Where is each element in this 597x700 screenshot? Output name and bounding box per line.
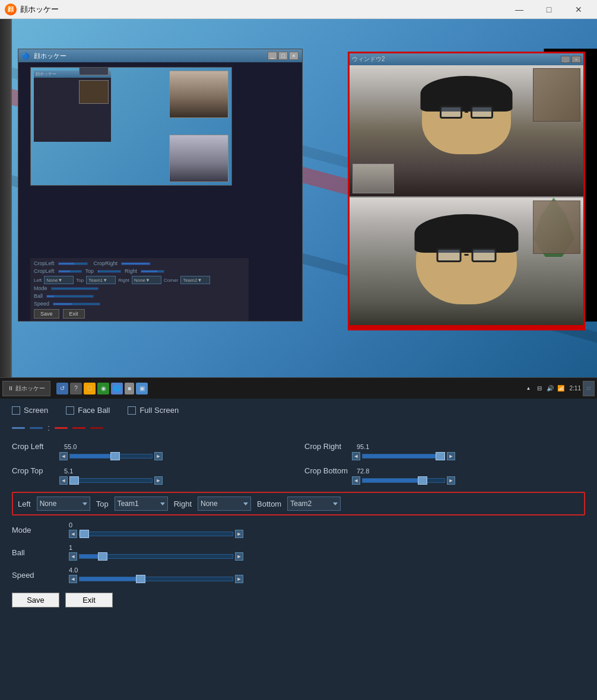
crop-bottom-thumb[interactable]: [418, 476, 427, 485]
speed-value: 4.0: [69, 567, 243, 574]
inner-mode-slider[interactable]: [51, 287, 99, 290]
inner-slider-c[interactable]: [141, 270, 164, 273]
crop-right-dec[interactable]: ◄: [352, 452, 360, 460]
mode-slider-section: Mode 0 ◄ ►: [12, 521, 585, 538]
exit-button[interactable]: Exit: [65, 593, 113, 607]
inner-speed-slider[interactable]: [53, 303, 100, 306]
inner-maximize-btn[interactable]: □: [278, 52, 288, 60]
crop-left-dec[interactable]: ◄: [59, 452, 68, 460]
inner-top-label: Top: [76, 278, 84, 283]
crop-right-track[interactable]: [362, 454, 445, 459]
taskbar-notification[interactable]: □: [583, 381, 595, 396]
left-dropdown[interactable]: None: [37, 497, 90, 511]
taskbar-start[interactable]: ⏸ 顔ホッケー: [2, 381, 50, 396]
speed-dec-btn[interactable]: ◄: [69, 575, 77, 583]
crop-top-inc[interactable]: ►: [154, 476, 163, 485]
taskbar-app-name: 顔ホッケー: [15, 384, 45, 393]
inner-slider-b[interactable]: [97, 270, 121, 273]
taskbar-icon-3[interactable]: ⬡: [84, 383, 96, 394]
inner-cropright-slider[interactable]: [121, 262, 151, 265]
minimize-button[interactable]: —: [506, 0, 533, 19]
controls-panel: Screen Face Ball Full Screen :: [0, 399, 597, 700]
inner-cropleft-slider[interactable]: [58, 262, 88, 265]
crop-left-thumb[interactable]: [110, 452, 120, 460]
inner-window-title: 顔ホッケー: [34, 52, 66, 61]
taskbar-icon-1[interactable]: ↺: [56, 383, 68, 394]
ball-track[interactable]: [79, 554, 233, 559]
crop-bottom-track[interactable]: [362, 478, 445, 483]
inner-minimize-btn[interactable]: _: [268, 52, 277, 60]
screen-checkbox[interactable]: Screen: [12, 406, 48, 415]
crop-bottom-fill: [363, 479, 423, 482]
mini-face-1: [79, 80, 109, 104]
crop-bottom-header: Crop Bottom 72.8: [304, 466, 585, 475]
top-dropdown[interactable]: Team1: [115, 497, 168, 511]
mode-thumb[interactable]: [80, 530, 89, 538]
crop-right-fill: [363, 454, 440, 458]
dash-separator: :: [47, 423, 50, 432]
inner-left-dropdown[interactable]: None▼: [44, 276, 74, 284]
big-video-close[interactable]: ×: [571, 56, 581, 63]
app-icon: 顔: [5, 4, 17, 15]
mode-dec-btn[interactable]: ◄: [69, 530, 77, 538]
taskbar-system-icons: ▲ ⊟ 🔊 📶 2:11 □: [524, 381, 595, 396]
bottom-hair: [415, 214, 519, 253]
taskbar-icon-4[interactable]: ◉: [97, 383, 109, 394]
face-preview-bottom: [169, 135, 228, 182]
inner-label-a: CropLeft: [34, 268, 55, 274]
speed-thumb[interactable]: [136, 575, 145, 583]
crop-left-inc[interactable]: ►: [154, 452, 163, 460]
inner-save-btn[interactable]: Save: [34, 309, 59, 319]
screen-checkbox-box[interactable]: [12, 406, 20, 415]
crop-bottom-inc[interactable]: ►: [447, 476, 455, 485]
crop-right-value: 95.1: [357, 443, 369, 450]
speed-track[interactable]: [79, 577, 233, 581]
taskbar-icon-7[interactable]: ▣: [136, 383, 148, 394]
big-video-minimize[interactable]: _: [561, 56, 570, 63]
close-button[interactable]: ✕: [565, 0, 592, 19]
taskbar-icon-2[interactable]: ?: [70, 383, 82, 394]
dashes-row: :: [12, 423, 585, 432]
taskbar-icon-5[interactable]: 🌐: [111, 383, 123, 394]
taskbar-icon-6[interactable]: ■: [125, 383, 134, 394]
crop-right-inc[interactable]: ►: [447, 452, 455, 460]
bottom-buttons: Save Exit: [12, 593, 585, 607]
inner-close-btn[interactable]: ×: [289, 52, 298, 60]
save-button[interactable]: Save: [12, 593, 59, 607]
inner-right-dropdown[interactable]: None▼: [132, 276, 161, 284]
mode-track[interactable]: [79, 532, 233, 536]
speed-inc-btn[interactable]: ►: [235, 575, 243, 583]
title-bar: 顔 顔ホッケー — □ ✕: [0, 0, 597, 19]
face-ball-checkbox-box[interactable]: [66, 406, 74, 415]
inner-win-buttons: _ □ ×: [268, 52, 298, 60]
crop-top-track[interactable]: [69, 478, 153, 483]
full-screen-checkbox-box[interactable]: [128, 406, 136, 415]
crop-right-thumb[interactable]: [436, 452, 445, 460]
speed-slider-section: Speed 4.0 ◄ ►: [12, 567, 585, 583]
bottom-dropdown[interactable]: Team2: [287, 497, 341, 511]
face-ball-checkbox[interactable]: Face Ball: [66, 406, 110, 415]
ball-inc-btn[interactable]: ►: [235, 552, 243, 561]
ball-thumb[interactable]: [98, 552, 107, 561]
bottom-glasses: [437, 248, 497, 262]
inner-ball-slider[interactable]: [46, 295, 94, 298]
screenshot-area: 🔵 顔ホッケー _ □ × 顔ホッケー: [0, 19, 597, 399]
crop-bottom-dec[interactable]: ◄: [352, 476, 360, 485]
maximize-button[interactable]: □: [535, 0, 563, 19]
crop-top-dec[interactable]: ◄: [59, 476, 68, 485]
inner-window-left[interactable]: 🔵 顔ホッケー _ □ × 顔ホッケー: [18, 49, 303, 322]
inner-corner-dropdown[interactable]: Team2▼: [180, 276, 210, 284]
inner-exit-btn[interactable]: Exit: [63, 309, 85, 319]
video-bottom-frame: [350, 198, 583, 329]
crop-top-thumb[interactable]: [69, 476, 79, 485]
crop-left-track[interactable]: [69, 454, 153, 459]
face-ball-checkbox-label: Face Ball: [78, 406, 110, 415]
inner-top-dropdown[interactable]: Team1▼: [86, 276, 116, 284]
mode-inc-btn[interactable]: ►: [235, 530, 243, 538]
right-dropdown-label: Right: [174, 499, 192, 508]
full-screen-checkbox[interactable]: Full Screen: [128, 406, 179, 415]
crop-sliders-grid: Crop Left 55.0 ◄ ► Crop Right 95.1: [12, 442, 585, 485]
ball-dec-btn[interactable]: ◄: [69, 552, 77, 561]
right-dropdown[interactable]: None: [198, 497, 251, 511]
inner-slider-a[interactable]: [58, 270, 82, 273]
